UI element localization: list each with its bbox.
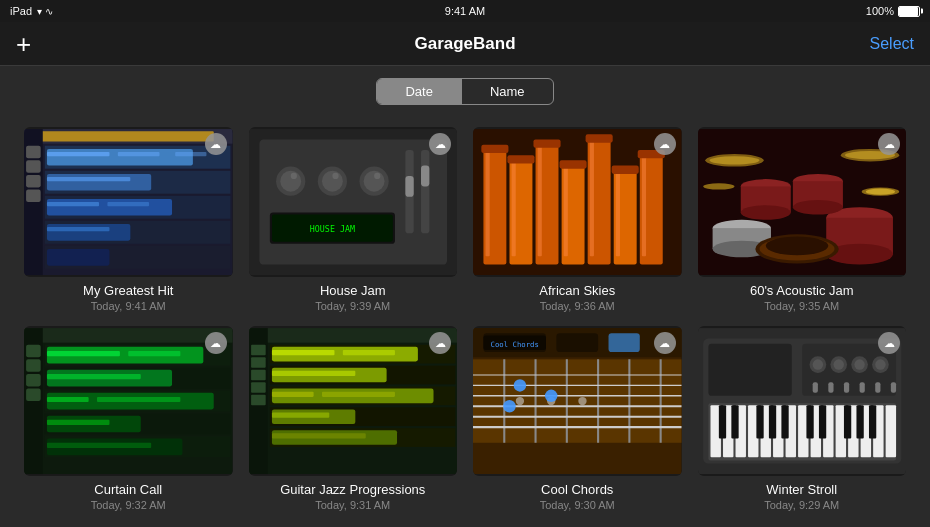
- svg-rect-179: [875, 382, 880, 392]
- add-button[interactable]: +: [16, 31, 31, 57]
- svg-rect-14: [47, 174, 151, 191]
- project-item[interactable]: ☁ 60's Acoustic Jam Today, 9:35 AM: [690, 123, 915, 322]
- svg-rect-180: [890, 382, 895, 392]
- project-item[interactable]: ☁ Guitar Jazz Progressions Today, 9:31 A…: [241, 322, 466, 521]
- project-item[interactable]: Cool Chords ☁ Cool Chords Today, 9:30 AM: [465, 322, 690, 521]
- svg-rect-52: [512, 162, 516, 256]
- svg-point-34: [363, 171, 384, 192]
- project-thumbnail: ☁: [24, 326, 233, 476]
- svg-rect-119: [251, 395, 266, 405]
- status-time: 9:41 AM: [445, 5, 485, 17]
- battery-icon: [898, 6, 920, 17]
- svg-rect-115: [251, 345, 266, 355]
- cloud-upload-icon[interactable]: ☁: [878, 332, 900, 354]
- svg-rect-123: [342, 350, 394, 355]
- svg-rect-93: [26, 374, 41, 387]
- svg-rect-10: [47, 152, 110, 156]
- select-button[interactable]: Select: [870, 35, 914, 53]
- svg-text:HOUSE JAM: HOUSE JAM: [309, 224, 354, 234]
- svg-rect-18: [47, 202, 99, 206]
- svg-rect-201: [781, 405, 788, 438]
- project-title: Guitar Jazz Progressions: [280, 482, 425, 497]
- wifi-icon: ▾ ∿: [37, 6, 53, 17]
- svg-rect-98: [128, 351, 180, 356]
- project-title: Winter Stroll: [766, 482, 837, 497]
- project-thumbnail: ☁: [24, 127, 233, 277]
- svg-rect-58: [481, 145, 508, 153]
- svg-rect-133: [271, 413, 328, 418]
- svg-rect-117: [251, 370, 266, 380]
- svg-point-76: [740, 205, 790, 220]
- svg-rect-159: [556, 333, 598, 352]
- project-thumbnail: ☁: [473, 127, 682, 277]
- svg-rect-54: [564, 168, 568, 257]
- svg-rect-7: [26, 190, 41, 203]
- svg-rect-118: [251, 382, 266, 392]
- svg-rect-94: [26, 389, 41, 402]
- svg-rect-136: [271, 433, 365, 438]
- svg-point-168: [812, 359, 822, 369]
- status-bar: iPad ▾ ∿ 9:41 AM 100%: [0, 0, 930, 22]
- sort-name-button[interactable]: Name: [462, 79, 553, 104]
- svg-rect-178: [859, 382, 864, 392]
- svg-point-153: [578, 397, 586, 405]
- project-date: Today, 9:32 AM: [91, 499, 166, 511]
- svg-point-154: [514, 379, 527, 392]
- svg-rect-196: [885, 405, 895, 457]
- project-item[interactable]: ☁ My Greatest Hit Today, 9:41 AM: [16, 123, 241, 322]
- status-right: 100%: [866, 5, 920, 17]
- svg-point-155: [545, 390, 558, 403]
- project-title: My Greatest Hit: [83, 283, 173, 298]
- project-title: 60's Acoustic Jam: [750, 283, 854, 298]
- project-item[interactable]: ☁ Winter Stroll Today, 9:29 AM: [690, 322, 915, 521]
- svg-point-31: [321, 171, 342, 192]
- project-date: Today, 9:41 AM: [91, 300, 166, 312]
- svg-rect-61: [560, 160, 587, 168]
- cloud-upload-icon[interactable]: ☁: [429, 332, 451, 354]
- svg-rect-122: [271, 350, 334, 355]
- svg-rect-2: [26, 131, 214, 141]
- cloud-upload-icon[interactable]: ☁: [429, 133, 451, 155]
- project-item[interactable]: ☁ African Skies Today, 9:36 AM: [465, 123, 690, 322]
- svg-point-174: [875, 359, 885, 369]
- svg-rect-92: [26, 359, 41, 372]
- svg-point-29: [290, 173, 296, 179]
- project-date: Today, 9:35 AM: [764, 300, 839, 312]
- cloud-upload-icon[interactable]: ☁: [878, 133, 900, 155]
- cloud-upload-icon[interactable]: ☁: [654, 332, 676, 354]
- cloud-upload-icon[interactable]: ☁: [654, 133, 676, 155]
- svg-rect-89: [24, 328, 233, 343]
- svg-rect-51: [486, 152, 490, 256]
- battery-label: 100%: [866, 5, 894, 17]
- svg-rect-60: [533, 140, 560, 148]
- svg-point-70: [703, 183, 734, 189]
- svg-rect-200: [768, 405, 775, 438]
- svg-rect-130: [321, 392, 394, 397]
- svg-rect-101: [47, 374, 141, 379]
- svg-rect-11: [118, 152, 160, 156]
- svg-rect-6: [26, 175, 41, 188]
- project-item[interactable]: ☁ Curtain Call Today, 9:32 AM: [16, 322, 241, 521]
- svg-rect-56: [616, 173, 620, 256]
- svg-rect-24: [47, 249, 110, 266]
- cloud-upload-icon[interactable]: ☁: [205, 133, 227, 155]
- svg-rect-59: [507, 155, 534, 163]
- cloud-upload-icon[interactable]: ☁: [205, 332, 227, 354]
- svg-rect-126: [271, 371, 354, 376]
- project-date: Today, 9:39 AM: [315, 300, 390, 312]
- project-title: Cool Chords: [541, 482, 613, 497]
- project-date: Today, 9:31 AM: [315, 499, 390, 511]
- project-thumbnail: ☁: [698, 326, 907, 476]
- svg-rect-17: [47, 199, 172, 216]
- nav-bar: + GarageBand Select: [0, 22, 930, 66]
- svg-rect-176: [828, 382, 833, 392]
- svg-rect-111: [47, 443, 151, 448]
- project-date: Today, 9:30 AM: [540, 499, 615, 511]
- svg-rect-22: [47, 227, 110, 231]
- svg-rect-55: [590, 142, 594, 257]
- sort-date-button[interactable]: Date: [377, 79, 460, 104]
- svg-rect-9: [47, 149, 193, 166]
- project-item[interactable]: HOUSE JAM ☁ House Jam Today, 9:39 AM: [241, 123, 466, 322]
- svg-rect-177: [843, 382, 848, 392]
- project-title: House Jam: [320, 283, 386, 298]
